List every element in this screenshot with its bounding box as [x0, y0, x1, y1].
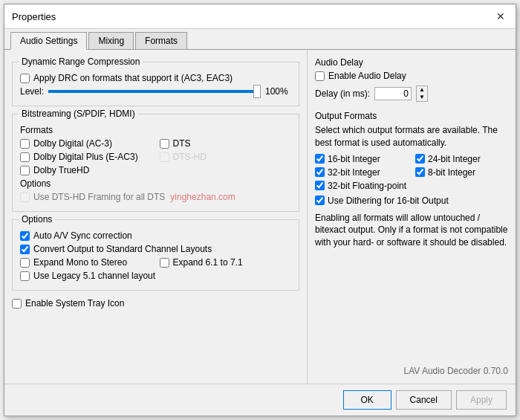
dts-hd-framing-checkbox[interactable]: [20, 193, 30, 202]
enable-systray-checkbox[interactable]: [12, 299, 22, 308]
expand-mono-row: Expand Mono to Stereo: [20, 257, 152, 268]
left-panel: Dynamic Range Compression Apply DRC on f…: [4, 50, 308, 384]
format-grid: 16-bit Integer 24-bit Integer 32-bit Int…: [315, 154, 508, 178]
fmt-24bit-checkbox[interactable]: [415, 154, 425, 164]
bitstreaming-title: Bitstreaming (S/PDIF, HDMI): [19, 109, 138, 119]
dts-checkbox[interactable]: [160, 139, 169, 149]
options-group: Options Auto A/V Sync correction Convert…: [12, 219, 299, 291]
delay-down-button[interactable]: ▼: [417, 94, 427, 101]
expand-61-checkbox[interactable]: [160, 258, 169, 268]
dolby-digital-label[interactable]: Dolby Digital (AC-3): [33, 138, 112, 149]
dithering-checkbox[interactable]: [315, 196, 325, 205]
close-button[interactable]: ✕: [493, 9, 508, 24]
apply-drc-row: Apply DRC on formats that support it (AC…: [20, 73, 291, 83]
apply-button[interactable]: Apply: [456, 390, 507, 410]
enabling-note: Enabling all formats will allow untouche…: [315, 212, 508, 249]
footer: OK Cancel Apply: [4, 384, 516, 416]
format-24bit-row: 24-bit Integer: [415, 154, 508, 164]
enable-audio-delay-label[interactable]: Enable Audio Delay: [328, 71, 406, 81]
use-legacy-row: Use Legacy 5.1 channel layout: [20, 271, 291, 281]
dolby-truehd-label[interactable]: Dolby TrueHD: [33, 165, 89, 175]
output-formats-desc: Select which output formats are availabl…: [315, 124, 508, 149]
fmt-32bit-float-label[interactable]: 32-bit Floating-point: [328, 181, 406, 191]
enable-systray-row: Enable System Tray Icon: [12, 298, 299, 308]
bitstreaming-group: Bitstreaming (S/PDIF, HDMI) Formats Dolb…: [12, 114, 299, 212]
expand-options: Expand Mono to Stereo Expand 6.1 to 7.1: [20, 257, 291, 271]
dts-hd-framing-row: Use DTS-HD Framing for all DTS yinghezha…: [20, 192, 291, 202]
right-panel-inner: Audio Delay Enable Audio Delay Delay (in…: [315, 57, 508, 376]
convert-output-checkbox[interactable]: [20, 245, 30, 254]
version-text: LAV Audio Decoder 0.70.0: [315, 366, 508, 376]
dolby-digital-checkbox[interactable]: [20, 139, 30, 149]
drc-title: Dynamic Range Compression: [19, 56, 143, 67]
fmt-32bit-checkbox[interactable]: [315, 167, 325, 177]
level-row: Level: 100%: [20, 86, 291, 97]
dolby-digital-plus-row: Dolby Digital Plus (E-AC3): [20, 152, 152, 162]
level-value: 100%: [265, 86, 291, 97]
delay-up-button[interactable]: ▲: [417, 86, 427, 94]
dolby-truehd-row: Dolby TrueHD: [20, 165, 291, 175]
convert-output-row: Convert Output to Standard Channel Layou…: [20, 244, 291, 254]
dithering-row: Use Dithering for 16-bit Output: [315, 196, 508, 206]
tab-mixing[interactable]: Mixing: [88, 32, 134, 49]
watermark-text: yinghezhan.com: [170, 192, 235, 202]
dts-hd-row: DTS-HD: [160, 152, 292, 162]
apply-drc-label[interactable]: Apply DRC on formats that support it (AC…: [33, 73, 233, 83]
format-16bit-row: 16-bit Integer: [315, 154, 408, 164]
enable-systray-label[interactable]: Enable System Tray Icon: [25, 298, 124, 308]
tab-bar: Audio Settings Mixing Formats: [4, 29, 516, 50]
delay-spinner: ▲ ▼: [416, 85, 428, 102]
dialog-title: Properties: [12, 11, 56, 22]
enable-audio-delay-row: Enable Audio Delay: [315, 71, 508, 81]
apply-drc-checkbox[interactable]: [20, 74, 30, 83]
use-legacy-label[interactable]: Use Legacy 5.1 channel layout: [33, 271, 155, 281]
options-sublabel: Options: [20, 178, 291, 189]
use-legacy-checkbox[interactable]: [20, 271, 30, 281]
expand-mono-checkbox[interactable]: [20, 258, 30, 268]
bitstreaming-formats-col1: Dolby Digital (AC-3) DTS: [20, 138, 291, 152]
format-32bit-float-row: 32-bit Floating-point: [315, 181, 508, 191]
ok-button[interactable]: OK: [343, 390, 391, 410]
auto-av-sync-checkbox[interactable]: [20, 231, 30, 241]
drc-group: Dynamic Range Compression Apply DRC on f…: [12, 62, 299, 106]
dithering-label[interactable]: Use Dithering for 16-bit Output: [328, 196, 449, 206]
formats-sublabel: Formats: [20, 125, 291, 135]
options-title: Options: [19, 214, 55, 224]
auto-av-sync-row: Auto A/V Sync correction: [20, 230, 291, 241]
output-formats-section: Output Formats Select which output forma…: [315, 111, 508, 255]
level-slider[interactable]: [48, 90, 261, 93]
dts-hd-checkbox[interactable]: [160, 152, 169, 162]
tab-audio-settings[interactable]: Audio Settings: [10, 32, 87, 50]
enable-audio-delay-checkbox[interactable]: [315, 71, 325, 81]
expand-61-label[interactable]: Expand 6.1 to 7.1: [173, 257, 243, 268]
format-8bit-row: 8-bit Integer: [415, 167, 508, 178]
fmt-16bit-checkbox[interactable]: [315, 154, 325, 164]
auto-av-sync-label[interactable]: Auto A/V Sync correction: [33, 230, 132, 241]
fmt-8bit-label[interactable]: 8-bit Integer: [428, 167, 475, 178]
dts-label[interactable]: DTS: [173, 138, 191, 149]
format-32bit-row: 32-bit Integer: [315, 167, 408, 178]
properties-dialog: Properties ✕ Audio Settings Mixing Forma…: [4, 4, 516, 416]
fmt-24bit-label[interactable]: 24-bit Integer: [428, 154, 481, 164]
cancel-button[interactable]: Cancel: [396, 390, 452, 410]
tab-formats[interactable]: Formats: [135, 32, 187, 49]
audio-delay-section: Audio Delay Enable Audio Delay Delay (in…: [315, 57, 508, 102]
version-row: LAV Audio Decoder 0.70.0: [315, 366, 508, 376]
expand-61-row: Expand 6.1 to 7.1: [160, 257, 292, 268]
dts-hd-framing-label: Use DTS-HD Framing for all DTS: [33, 192, 165, 202]
dolby-truehd-checkbox[interactable]: [20, 166, 30, 175]
delay-input[interactable]: [374, 87, 412, 100]
dolby-digital-row: Dolby Digital (AC-3): [20, 138, 152, 149]
right-panel: Audio Delay Enable Audio Delay Delay (in…: [308, 50, 516, 384]
fmt-32bit-label[interactable]: 32-bit Integer: [328, 167, 380, 178]
convert-output-label[interactable]: Convert Output to Standard Channel Layou…: [33, 244, 212, 254]
expand-mono-label[interactable]: Expand Mono to Stereo: [33, 257, 127, 268]
fmt-16bit-label[interactable]: 16-bit Integer: [328, 154, 380, 164]
dts-hd-label: DTS-HD: [173, 152, 207, 162]
dolby-digital-plus-label[interactable]: Dolby Digital Plus (E-AC3): [33, 152, 138, 162]
dolby-digital-plus-checkbox[interactable]: [20, 152, 30, 162]
audio-delay-title: Audio Delay: [315, 57, 508, 68]
content-area: Dynamic Range Compression Apply DRC on f…: [4, 50, 516, 384]
fmt-8bit-checkbox[interactable]: [415, 167, 425, 177]
fmt-32bit-float-checkbox[interactable]: [315, 181, 325, 190]
